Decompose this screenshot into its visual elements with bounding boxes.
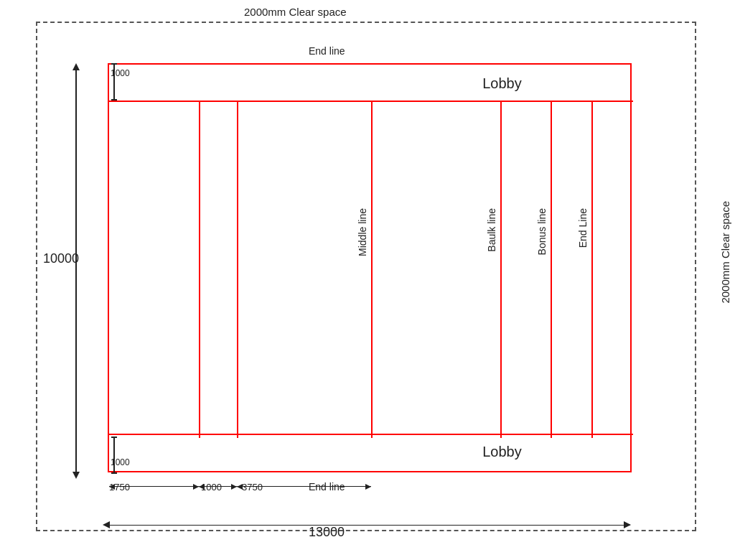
tick-1000-bottom-h2 [111,472,117,474]
clear-space-top-label: 2000mm Clear space [244,6,347,18]
arrow-height-up [72,63,80,70]
arrow-width-line [109,525,630,526]
arrow-3750 [237,486,371,487]
arrow-height-line [75,68,77,477]
right-end-line [591,101,593,438]
arrow-1750-right [193,484,199,490]
end-line-right-label: End Line [577,208,589,248]
dim-width-label: 13000 [309,525,345,540]
court-outer: Lobby Lobby Middle line Baulk line Bonus… [108,63,632,472]
dim-3750: 3750 [242,482,263,493]
dim-height-label: 10000 [43,251,79,266]
left-line-2 [237,101,238,438]
tick-1000-top-h2 [111,99,117,101]
arrow-3750-right [365,484,371,490]
end-line-top-label: End line [309,45,345,57]
end-line-bottom-label: End line [309,481,345,493]
left-line-1 [199,101,200,438]
tick-1000-bottom-h1 [111,437,117,438]
arrow-1000-mid-left [199,484,205,490]
middle-line [371,101,373,438]
lobby-bottom-label: Lobby [371,444,633,460]
arrow-3750-left [237,484,243,490]
baulk-line [500,101,502,438]
diagram-container: 2000mm Clear space 2000mm Clear space En… [0,0,735,560]
tick-1000-top [113,63,115,99]
clear-space-right-label: 2000mm Clear space [719,201,731,304]
lobby-top-label: Lobby [371,75,633,92]
bonus-line [551,101,552,438]
tick-1000-bottom [113,437,115,472]
arrow-width-left [103,521,110,528]
middle-line-label: Middle line [357,208,368,256]
bonus-line-label: Bonus line [536,208,548,255]
arrow-height-down [72,472,80,479]
arrow-1750-left [109,484,115,490]
arrow-width-right [624,521,631,528]
tick-1000-top-h1 [111,63,117,65]
arrow-1750 [109,486,199,487]
baulk-line-label: Baulk line [486,208,497,252]
arrow-1000-mid-right [231,484,237,490]
